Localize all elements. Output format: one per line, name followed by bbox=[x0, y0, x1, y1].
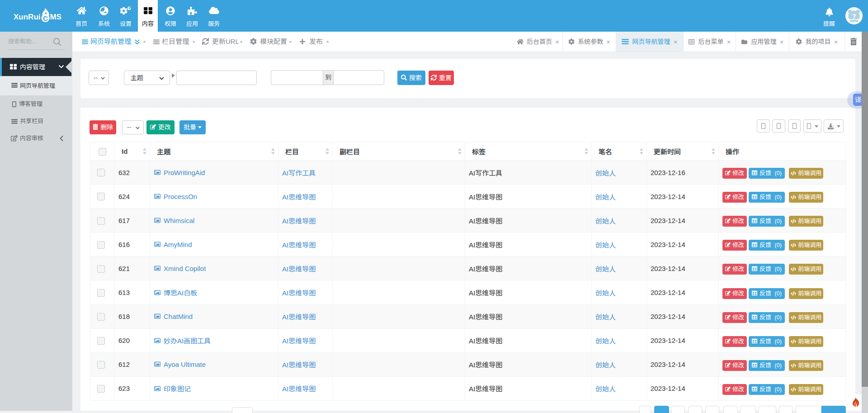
svg-text:?: ? bbox=[852, 12, 856, 20]
svg-text:C: C bbox=[42, 14, 47, 22]
